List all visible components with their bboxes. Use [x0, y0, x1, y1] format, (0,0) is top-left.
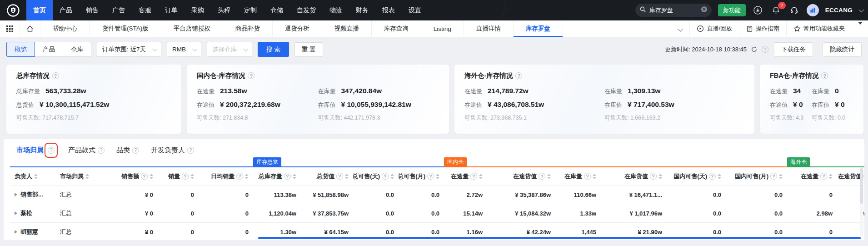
apps-grid-icon[interactable] — [0, 20, 20, 37]
header-cell[interactable]: 市场归属 — [55, 167, 108, 185]
page-tab[interactable]: 直播详情 — [464, 20, 514, 37]
sort-icon[interactable] — [658, 174, 662, 179]
top-menu-item[interactable]: 客服 — [132, 0, 158, 20]
expand-row-icon[interactable] — [15, 230, 17, 234]
order-range-select[interactable]: 订单范围: 近7天 — [97, 42, 161, 57]
header-cell[interactable]: 在途量? — [444, 167, 487, 185]
page-tab[interactable]: 平台店铺授权 — [161, 20, 223, 37]
notifications-bell-icon[interactable]: 2 — [770, 5, 782, 16]
sort-icon[interactable] — [190, 174, 194, 179]
account-chevron-down-icon[interactable] — [859, 7, 864, 12]
top-menu-item[interactable]: 物流 — [323, 0, 349, 20]
warehouse-select[interactable]: 选择仓库 — [207, 42, 252, 57]
top-menu-item[interactable]: 首页 — [26, 0, 53, 20]
page-tab[interactable]: 货件管理(STA)版 — [90, 20, 161, 37]
sort-icon[interactable] — [547, 174, 551, 179]
top-menu-item[interactable]: 报表 — [375, 0, 402, 20]
header-cell[interactable]: 在库量? — [555, 167, 601, 185]
sort-icon[interactable] — [245, 174, 249, 179]
help-icon[interactable]: ? — [52, 72, 59, 79]
sort-icon[interactable] — [779, 174, 783, 179]
vertical-scrollbar[interactable] — [860, 167, 863, 236]
tabbar-action-2[interactable]: 操作指南 — [739, 20, 786, 37]
help-icon[interactable]: ? — [821, 72, 828, 79]
expand-row-icon[interactable] — [15, 211, 17, 215]
top-menu-item[interactable]: 自发货 — [290, 0, 323, 20]
top-menu-item[interactable]: 销售 — [79, 0, 105, 20]
header-cell[interactable]: 总库存量? — [253, 167, 301, 185]
page-tab[interactable]: 商品补货 — [223, 20, 273, 37]
top-menu-item[interactable]: 采购 — [185, 0, 211, 20]
top-menu-item[interactable]: 头程 — [211, 0, 237, 20]
help-icon[interactable]: ? — [762, 46, 768, 53]
new-feature-button[interactable]: 新功能 — [718, 4, 746, 16]
help-icon[interactable]: ? — [650, 173, 657, 180]
header-cell[interactable]: 在途量? — [787, 167, 837, 185]
help-icon[interactable]: ? — [236, 173, 243, 180]
dimension-tab[interactable]: 品类? — [116, 146, 139, 155]
help-icon[interactable]: ? — [382, 173, 389, 180]
currency-select[interactable]: RMB — [167, 42, 201, 57]
support-headset-icon[interactable] — [788, 5, 800, 16]
help-icon[interactable]: ? — [132, 147, 139, 154]
sort-icon[interactable] — [150, 174, 153, 179]
top-menu-item[interactable]: 产品 — [53, 0, 79, 20]
avatar[interactable] — [807, 4, 819, 16]
help-icon[interactable]: ? — [470, 173, 477, 180]
help-icon[interactable]: ? — [427, 173, 434, 180]
download-tasks-button[interactable]: 下载任务 — [774, 42, 813, 57]
help-icon[interactable]: ? — [539, 173, 545, 180]
help-icon[interactable]: ? — [248, 72, 254, 79]
view-button[interactable]: 概览 — [6, 42, 35, 57]
sort-icon[interactable] — [829, 174, 833, 179]
hide-stats-button[interactable]: 隐藏统计 — [823, 42, 862, 57]
expand-row-icon[interactable] — [15, 193, 17, 196]
sort-icon[interactable] — [390, 174, 394, 179]
header-cell[interactable]: 总货值? — [301, 167, 353, 185]
top-menu-item[interactable]: 财务 — [349, 0, 375, 20]
help-icon[interactable]: ? — [48, 147, 55, 154]
help-icon[interactable]: ? — [820, 173, 827, 180]
header-cell[interactable]: 销量? — [158, 167, 199, 185]
page-tab[interactable]: 退货分析 — [273, 20, 322, 37]
tabs-overflow-chevron-icon[interactable] — [671, 25, 689, 33]
header-cell[interactable]: 在途货值? — [487, 167, 555, 185]
top-menu-item[interactable]: 仓储 — [264, 0, 290, 20]
sort-icon[interactable] — [436, 174, 439, 179]
page-tab[interactable]: 库存查询 — [372, 20, 421, 37]
favorites-dropdown-icon[interactable] — [852, 25, 868, 33]
page-tab[interactable]: 库存罗盘 — [514, 20, 563, 37]
dimension-tab[interactable]: 开发负责人? — [151, 146, 194, 155]
refresh-icon[interactable] — [751, 46, 758, 53]
home-icon[interactable] — [20, 20, 40, 37]
page-tab[interactable]: 视频直播 — [322, 20, 372, 37]
sort-icon[interactable] — [718, 174, 721, 179]
help-icon[interactable]: ? — [187, 147, 194, 154]
sort-icon[interactable] — [593, 174, 596, 179]
help-icon[interactable]: ? — [98, 147, 105, 154]
header-cell[interactable]: 总可售(月)? — [399, 167, 444, 185]
clear-search-icon[interactable] — [701, 6, 708, 15]
sort-icon[interactable] — [85, 174, 89, 179]
header-cell[interactable]: 国内可售(月)? — [726, 167, 787, 185]
page-tab[interactable]: 帮助中心 — [40, 20, 90, 37]
header-cell[interactable]: 国内可售(天)? — [667, 167, 726, 185]
sort-icon[interactable] — [293, 174, 296, 179]
header-cell[interactable]: 在库货值? — [601, 167, 667, 185]
search-button[interactable]: 搜 索 — [258, 42, 289, 57]
help-icon[interactable]: ? — [863, 173, 864, 180]
header-cell[interactable]: 负责人 — [10, 167, 55, 185]
top-menu-item[interactable]: 订单 — [158, 0, 185, 20]
top-menu-item[interactable]: 定制 — [237, 0, 264, 20]
help-icon[interactable]: ? — [515, 72, 522, 79]
global-search-input[interactable]: 库存罗盘 — [635, 4, 712, 17]
dimension-tab[interactable]: 产品款式? — [68, 146, 105, 155]
sort-icon[interactable] — [34, 174, 38, 179]
page-tab[interactable]: Listing — [421, 20, 464, 37]
tabbar-action-1[interactable]: 直播/回放 — [689, 20, 739, 37]
top-menu-item[interactable]: 设置 — [402, 0, 428, 20]
dimension-tab[interactable]: 市场归属? — [16, 146, 56, 155]
top-menu-item[interactable]: 广告 — [105, 0, 132, 20]
help-icon[interactable]: ? — [709, 173, 716, 180]
horizontal-scrollbar[interactable] — [258, 237, 861, 239]
